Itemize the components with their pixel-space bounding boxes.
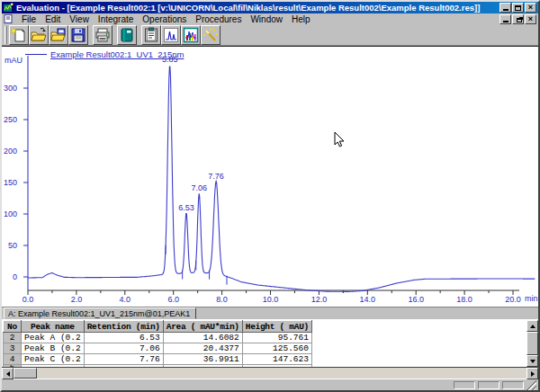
curve-legend[interactable]: Example Result002:1_UV1_215nm [25,49,184,59]
svg-text:4.0: 4.0 [120,295,131,304]
print-button[interactable] [93,25,112,45]
scroll-right-button[interactable] [526,368,538,379]
table-cell[interactable]: 95.761 [242,333,311,343]
mdi-close-button[interactable]: × [525,14,536,24]
close-icon: × [528,4,533,12]
floppy-disk-icon [70,27,86,43]
svg-text:0.0: 0.0 [22,295,34,304]
table-row[interactable]: 2Peak A (0.26.5314.608295.761 [4,333,312,343]
table-row[interactable]: 4Peak C (0.27.7636.9911147.623 [4,354,312,365]
scroll-up-button[interactable] [526,320,538,332]
open-folder-icon [31,27,47,43]
table-cell[interactable]: 147.623 [242,354,311,365]
svg-text:20.0: 20.0 [505,295,521,304]
menu-item-window[interactable]: Window [246,14,287,24]
table-cell[interactable]: Peak C (0.2 [22,354,85,365]
new-document-button[interactable] [9,25,29,45]
table-vertical-scrollbar[interactable] [526,320,538,367]
table-cell[interactable]: 36.9911 [163,354,242,365]
column-header[interactable]: Height ( mAU) [242,321,311,333]
svg-text:2.0: 2.0 [71,295,83,304]
vertical-scroll-thumb[interactable] [526,332,538,355]
column-header[interactable]: No [4,321,22,333]
table-cell[interactable]: 20.4377 [163,343,242,354]
wizard-button[interactable] [201,25,220,45]
chromatogram-pane[interactable]: Example Result002:1_UV1_215nm mAU 050100… [2,46,538,307]
table-cell[interactable]: 7.76 [84,354,163,365]
table-cell[interactable]: 14.6082 [163,333,242,343]
menu-item-procedures[interactable]: Procedures [191,14,246,24]
maximize-button[interactable] [512,3,524,13]
table-cell[interactable]: 2 [4,333,22,343]
status-pane [502,381,524,389]
table-cell[interactable]: 6.53 [84,333,163,343]
table-row[interactable]: 3Peak B (0.27.0620.4377125.560 [4,343,312,354]
status-bar [2,379,538,390]
toolbar [2,24,538,46]
column-header[interactable]: Retention (min) [84,321,163,333]
svg-text:50: 50 [8,241,17,250]
notebook-button[interactable] [117,25,137,45]
app-icon [4,3,14,13]
table-cell[interactable]: 125.560 [242,343,311,354]
mouse-cursor [334,131,345,147]
mdi-minimize-button[interactable] [500,14,511,24]
new-document-icon [11,27,27,43]
open-result-button[interactable] [49,25,68,45]
arrow-down-icon [530,360,536,366]
table-cell[interactable] [163,365,242,368]
svg-text:12.0: 12.0 [311,295,328,304]
minimize-button[interactable] [500,3,511,13]
table-cell[interactable] [84,365,163,368]
menu-item-help[interactable]: Help [287,14,315,24]
toolbar-grip[interactable] [4,26,7,44]
legend-line-sample [25,54,47,55]
menu-item-view[interactable]: View [65,14,94,24]
svg-text:18.0: 18.0 [456,295,472,304]
menu-item-integrate[interactable]: Integrate [94,14,138,24]
horizontal-scroll-track[interactable] [37,368,526,379]
table-cell[interactable]: 5 [4,365,22,368]
clipboard-icon [143,27,159,43]
column-header[interactable]: Peak name [22,321,85,333]
chromatogram-button[interactable] [161,25,181,45]
table-cell[interactable]: 4 [4,354,22,365]
status-pane [454,381,475,389]
colored-peaks-icon [183,27,199,43]
notebook-icon [119,27,135,43]
menu-item-operations[interactable]: Operations [138,14,191,24]
table-row-partial[interactable]: 5 [4,365,312,368]
peak-table-button[interactable] [181,25,201,45]
table-cell[interactable] [22,365,85,368]
scroll-down-button[interactable] [526,355,538,367]
table-cell[interactable]: 3 [4,343,22,354]
menu-item-edit[interactable]: Edit [40,14,65,24]
table-cell[interactable]: Peak B (0.2 [22,343,85,354]
y-axis-unit-label: mAU [4,56,22,65]
result-tab[interactable]: A: Example Result002:1_UV1_215nm@01,PEAK… [4,307,196,319]
save-button[interactable] [68,25,88,45]
column-header[interactable]: Area ( mAU*min) [163,321,242,333]
chromatogram-plot[interactable]: 0501001502002503000.02.04.06.08.010.012.… [2,47,538,307]
table-cell[interactable]: Peak A (0.2 [22,333,85,343]
mdi-restore-button[interactable] [512,14,524,24]
scroll-left-button[interactable] [2,368,14,379]
table-horizontal-scrollbar[interactable] [2,367,538,379]
folder-document-icon [50,27,67,43]
svg-text:150: 150 [4,178,17,187]
horizontal-scroll-thumb[interactable] [14,368,37,379]
peak-retention-label: 7.76 [208,172,224,181]
table-cell[interactable] [242,365,311,368]
close-button[interactable]: × [525,3,536,13]
table-cell[interactable]: 7.06 [84,343,163,354]
document-icon[interactable] [4,14,14,23]
report-button[interactable] [141,25,161,45]
printer-icon [94,27,111,43]
magic-wand-icon [202,27,219,43]
menu-item-file[interactable]: File [17,14,40,24]
peak-table[interactable]: NoPeak nameRetention (min)Area ( mAU*min… [3,320,312,367]
svg-text:100: 100 [4,209,17,218]
open-button[interactable] [29,25,49,45]
resize-grip[interactable] [526,380,536,390]
peak-retention-label: 7.06 [192,183,208,192]
